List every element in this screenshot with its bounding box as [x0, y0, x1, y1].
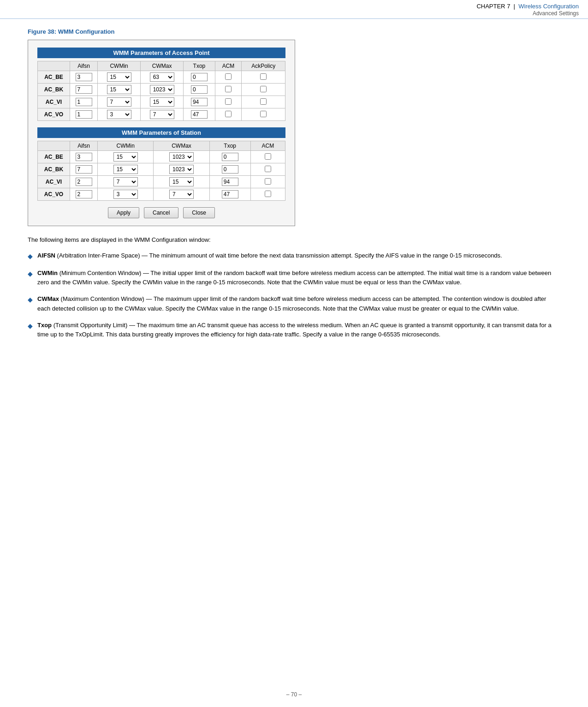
ap-cwmin-select-AC_VO[interactable]: 1371531631272555111023	[107, 110, 131, 119]
sta-acm-checkbox-AC_VO[interactable]	[265, 191, 271, 197]
sta-txop-input-AC_BE[interactable]	[222, 153, 238, 161]
bullet-list: ◆AIFSN (Arbitration Inter-Frame Space) —…	[28, 251, 560, 340]
bullet-term: CWMax	[37, 295, 59, 302]
sta-acm-checkbox-AC_BK[interactable]	[265, 166, 271, 172]
sta-aifsn-AC_BK	[70, 163, 98, 176]
bullet-diamond-icon: ◆	[28, 269, 33, 279]
ap-acm-checkbox-AC_BE[interactable]	[225, 73, 232, 80]
header-sub-title: Advanced Settings	[533, 10, 579, 17]
sta-txop-input-AC_VI[interactable]	[222, 178, 238, 186]
ap-cwmax-select-AC_VI[interactable]: 1371531631272555111023	[150, 97, 174, 107]
ap-col-cwmax: CWMax	[141, 61, 184, 71]
sta-row-label-AC_BK: AC_BK	[38, 163, 70, 176]
chapter-number: 7	[507, 3, 510, 10]
ap-table-row: AC_BK13715316312725551110231371531631272…	[38, 84, 285, 96]
ap-acm-AC_BE	[215, 71, 242, 84]
ap-acm-checkbox-AC_VO[interactable]	[225, 111, 232, 117]
figure-title: Figure 38: WMM Configuration	[28, 28, 560, 35]
ap-cwmin-select-AC_BK[interactable]: 1371531631272555111023	[107, 85, 131, 94]
close-button[interactable]: Close	[183, 207, 215, 218]
ap-table-row: AC_BE13715316312725551110231371531631272…	[38, 71, 285, 84]
ap-cwmax-AC_VI: 1371531631272555111023	[141, 96, 184, 108]
ap-aifsn-AC_VI	[70, 96, 98, 108]
sta-cwmin-select-AC_BK[interactable]: 1371531631272555111023	[113, 165, 138, 174]
sta-aifsn-AC_BE	[70, 151, 98, 163]
ap-cwmax-select-AC_BK[interactable]: 1371531631272555111023	[150, 85, 174, 94]
ap-col-txop: Txop	[184, 61, 215, 71]
sta-acm-AC_BK	[250, 163, 285, 176]
sta-cwmax-select-AC_VO[interactable]: 1371531631272555111023	[169, 190, 194, 199]
ap-cwmax-AC_VO: 1371531631272555111023	[141, 108, 184, 121]
sta-cwmin-AC_BK: 1371531631272555111023	[98, 163, 154, 176]
sta-cwmin-select-AC_VI[interactable]: 1371531631272555111023	[113, 177, 138, 186]
ap-table: Aifsn CWMin CWMax Txop ACM AckPolicy AC_…	[37, 61, 285, 121]
ap-acm-checkbox-AC_BK[interactable]	[225, 86, 232, 92]
ap-acm-checkbox-AC_VI[interactable]	[225, 98, 232, 105]
ap-col-acm: ACM	[215, 61, 242, 71]
wmm-config-box: WMM Parameters of Access Point Aifsn CWM…	[28, 40, 295, 226]
ap-txop-AC_BE	[184, 71, 215, 84]
sta-aifsn-input-AC_BE[interactable]	[76, 153, 92, 161]
bullet-term: CWMin	[37, 270, 58, 276]
sta-cwmin-select-AC_VO[interactable]: 1371531631272555111023	[113, 190, 138, 199]
ap-cwmin-select-AC_BE[interactable]: 1371531631272555111023	[107, 72, 131, 82]
ap-aifsn-input-AC_VO[interactable]	[76, 110, 92, 119]
ap-ackpolicy-AC_BE	[242, 71, 285, 84]
ap-aifsn-input-AC_VI[interactable]	[76, 98, 92, 106]
page-footer: – 70 –	[0, 687, 588, 702]
ap-aifsn-input-AC_BE[interactable]	[76, 73, 92, 81]
ap-cwmin-AC_BE: 1371531631272555111023	[98, 71, 141, 84]
ap-ackpolicy-checkbox-AC_BK[interactable]	[260, 86, 267, 92]
apply-button[interactable]: Apply	[108, 207, 139, 218]
sta-txop-input-AC_VO[interactable]	[222, 190, 238, 198]
ap-cwmax-select-AC_VO[interactable]: 1371531631272555111023	[150, 110, 174, 119]
chapter-label: CHAPTER	[476, 3, 505, 10]
sta-cwmin-AC_BE: 1371531631272555111023	[98, 151, 154, 163]
station-table: Aifsn CWMin CWMax Txop ACM AC_BE13715316…	[37, 141, 285, 201]
sta-aifsn-AC_VO	[70, 188, 98, 201]
ap-col-cwmin: CWMin	[98, 61, 141, 71]
ap-cwmax-select-AC_BE[interactable]: 1371531631272555111023	[150, 72, 174, 82]
sta-acm-checkbox-AC_BE[interactable]	[265, 153, 271, 160]
ap-aifsn-input-AC_BK[interactable]	[76, 85, 92, 94]
sta-cwmax-AC_BE: 1371531631272555111023	[154, 151, 209, 163]
ap-txop-input-AC_BE[interactable]	[191, 73, 208, 81]
sta-txop-input-AC_BK[interactable]	[222, 165, 238, 174]
ap-txop-input-AC_VI[interactable]	[191, 98, 208, 106]
sta-row-label-AC_VI: AC_VI	[38, 176, 70, 188]
ap-col-aifsn: Aifsn	[70, 61, 98, 71]
ap-cwmax-AC_BE: 1371531631272555111023	[141, 71, 184, 84]
ap-ackpolicy-checkbox-AC_VO[interactable]	[260, 111, 267, 117]
ap-ackpolicy-checkbox-AC_VI[interactable]	[260, 98, 267, 105]
sta-aifsn-input-AC_BK[interactable]	[76, 165, 92, 174]
bullet-term: AIFSN	[37, 252, 55, 259]
sta-txop-AC_BK	[209, 163, 250, 176]
sta-acm-checkbox-AC_VI[interactable]	[265, 178, 271, 185]
bullet-diamond-icon: ◆	[28, 295, 33, 305]
bullet-text: CWMax (Maximum Contention Window) — The …	[37, 294, 560, 313]
ap-cwmin-select-AC_VI[interactable]: 1371531631272555111023	[107, 97, 131, 107]
sta-cwmax-AC_VO: 1371531631272555111023	[154, 188, 209, 201]
sta-table-row: AC_BE13715316312725551110231371531631272…	[38, 151, 285, 163]
sta-aifsn-input-AC_VO[interactable]	[76, 190, 92, 198]
sta-cwmin-select-AC_BE[interactable]: 1371531631272555111023	[113, 152, 138, 162]
ap-txop-input-AC_BK[interactable]	[191, 85, 208, 94]
ap-acm-AC_BK	[215, 84, 242, 96]
sta-col-txop: Txop	[209, 141, 250, 151]
cancel-button[interactable]: Cancel	[144, 207, 178, 218]
page-header: CHAPTER 7 | Wireless Configuration Advan…	[0, 0, 588, 19]
sta-aifsn-input-AC_VI[interactable]	[76, 178, 92, 186]
ap-ackpolicy-AC_BK	[242, 84, 285, 96]
sta-row-label-AC_VO: AC_VO	[38, 188, 70, 201]
sta-aifsn-AC_VI	[70, 176, 98, 188]
ap-col-empty	[38, 61, 70, 71]
sta-cwmax-select-AC_BK[interactable]: 1371531631272555111023	[169, 165, 194, 174]
ap-row-label-AC_VO: AC_VO	[38, 108, 70, 121]
main-content: Figure 38: WMM Configuration WMM Paramet…	[0, 19, 588, 356]
ap-txop-input-AC_VO[interactable]	[191, 110, 208, 119]
sta-cwmax-select-AC_BE[interactable]: 1371531631272555111023	[169, 152, 194, 162]
sta-col-empty	[38, 141, 70, 151]
ap-acm-AC_VO	[215, 108, 242, 121]
sta-cwmax-select-AC_VI[interactable]: 1371531631272555111023	[169, 177, 194, 186]
ap-ackpolicy-checkbox-AC_BE[interactable]	[260, 73, 267, 80]
